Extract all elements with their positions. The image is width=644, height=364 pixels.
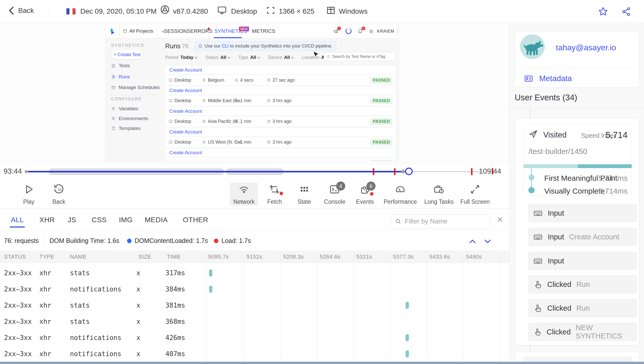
sidebar-item-runs[interactable]: Runs — [111, 74, 130, 80]
event-tile-clicked[interactable]: ClickedRun — [528, 275, 637, 293]
panel-button-events[interactable]: 6 Events — [350, 183, 380, 206]
network-row[interactable]: 2xx–3xxxhrnotificationsx384ms — [0, 281, 509, 297]
sidebar-item-manage-schedules[interactable]: Manage Schedules — [111, 85, 160, 90]
test-search-box[interactable] — [324, 52, 395, 61]
filter-period[interactable]: Today — [180, 55, 197, 60]
speed-index-value: 5,714 — [605, 130, 628, 140]
network-row[interactable]: 2xx–3xxxhrstatsx368ms — [0, 313, 509, 330]
run-test-name[interactable]: Create Account — [165, 107, 395, 115]
timeline-progress — [28, 171, 409, 172]
time-ago-icon — [267, 78, 271, 82]
panel-button-fetch[interactable]: Fetch — [259, 183, 290, 206]
jump-prev-icon[interactable] — [469, 239, 476, 246]
play-button[interactable]: Play — [14, 183, 44, 206]
run-card[interactable]: Create Account Desktop US West (N. Cal..… — [165, 128, 395, 147]
kebab-menu-icon[interactable]: ⋮ — [395, 28, 399, 34]
create-test-button[interactable]: + Create Test — [111, 50, 143, 59]
event-tile-clicked[interactable]: ClickedNEW SYNTHETICS — [528, 323, 637, 341]
share-icon[interactable] — [621, 6, 632, 17]
run-detail-row[interactable]: Desktop US West (N. Cal.. 1 min 3 hrs ag… — [165, 137, 395, 147]
back-button[interactable]: Back — [8, 6, 34, 15]
net-tab-css[interactable]: CSS — [92, 216, 107, 224]
filter-device[interactable]: All — [284, 55, 293, 60]
settings-gear-icon[interactable] — [368, 28, 374, 34]
network-row[interactable]: 2xx–3xxxhrnotificationsx407ms — [0, 346, 509, 362]
panel-button-network[interactable]: Network — [230, 183, 258, 206]
filter-box[interactable] — [390, 214, 490, 229]
timeline: 93:44 109:44 — [0, 163, 509, 179]
panel-button-state[interactable]: State — [289, 183, 319, 206]
network-row[interactable]: 2xx–3xxxhrnotificationsx426ms — [0, 330, 509, 346]
net-tab-media[interactable]: MEDIA — [145, 216, 168, 224]
net-tab-other[interactable]: OTHER — [183, 216, 208, 224]
back-10s-button[interactable]: 10 Back — [44, 183, 74, 206]
device-icon — [169, 99, 173, 103]
event-tile-clicked[interactable]: ClickedRun — [528, 299, 637, 317]
user-name[interactable]: KRAIEM — [377, 29, 394, 34]
sidebar-item-tests[interactable]: Tests — [111, 63, 130, 69]
run-test-name[interactable]: Create Account — [165, 86, 395, 95]
net-tab-all[interactable]: ALL — [11, 216, 24, 224]
timeline-track[interactable] — [28, 169, 481, 174]
error-marker[interactable] — [394, 168, 395, 175]
app-sidebar-configure: CONFIGURE — [111, 97, 142, 101]
favorite-star-icon[interactable] — [598, 6, 609, 17]
error-marker[interactable] — [373, 168, 374, 175]
hand-pointer-icon — [533, 280, 542, 289]
run-card[interactable]: Create Account Desktop Belgium 4 secs 27… — [165, 66, 395, 85]
sidebar-item-variables[interactable]: Variables — [111, 106, 138, 111]
run-detail-row[interactable]: Desktop PASSED — [165, 158, 395, 161]
os-windows-icon — [326, 5, 336, 15]
run-detail-row[interactable]: Desktop Asia Pacific (M.. 1 min 3 hrs ag… — [165, 116, 395, 126]
panel-button-console[interactable]: 4 Console — [319, 183, 350, 206]
run-test-name[interactable]: Create Account — [165, 128, 395, 136]
cli-link[interactable]: CLI — [222, 43, 229, 49]
filter-input[interactable] — [405, 214, 488, 228]
close-panel-icon[interactable]: × — [497, 214, 503, 224]
sidebar-item-environments[interactable]: Environments — [111, 116, 148, 121]
network-row[interactable]: 2xx–3xxxhrstatsx381ms — [0, 297, 509, 313]
country-flag-icon — [66, 8, 76, 15]
event-marker[interactable] — [401, 169, 405, 174]
metadata-button[interactable]: Metadata — [524, 74, 572, 83]
jump-next-icon[interactable] — [484, 237, 491, 243]
event-tile-input[interactable]: InputCreate Account — [528, 228, 637, 246]
session-date: Dec 09, 2020, 05:10 PM — [80, 7, 157, 15]
net-tab-js[interactable]: JS — [68, 216, 76, 224]
tab-sessions[interactable]: SESSIONS — [164, 24, 190, 38]
tab-errors[interactable]: ERRORS — [190, 24, 212, 38]
run-test-name[interactable]: Create Account — [165, 149, 395, 157]
visited-event-card[interactable]: Visited Speed Index 5,714 /test-builder/… — [523, 124, 632, 196]
avatar — [520, 34, 545, 59]
loading-spinner-icon — [345, 28, 352, 34]
playhead[interactable] — [405, 168, 413, 175]
event-tile-input[interactable]: Input — [528, 204, 637, 222]
event-tile-input[interactable]: Input — [528, 252, 637, 270]
run-card[interactable]: Create Account Desktop Asia Pacific (M..… — [165, 107, 395, 126]
user-email[interactable]: tahay@asayer.io — [556, 43, 616, 52]
dcl-dot-icon — [127, 239, 132, 243]
network-row[interactable]: 2xx–3xxxhrstatsx317ms — [0, 265, 509, 281]
sidebar-item-templates[interactable]: Templates — [111, 126, 141, 131]
tab-metrics[interactable]: METRICS — [252, 24, 275, 38]
error-marker[interactable] — [471, 168, 473, 175]
user-events-title: User Events (34) — [515, 93, 577, 102]
filter-type[interactable]: All — [250, 55, 260, 60]
run-detail-row[interactable]: Desktop Belgium 4 secs 27 sec ago PASSED — [165, 75, 395, 85]
run-card[interactable]: Create Account Desktop Middle East (Ba..… — [165, 86, 395, 106]
net-tab-xhr[interactable]: XHR — [39, 216, 55, 224]
cli-banner: Use our CLI to include your Synthetics i… — [194, 41, 336, 51]
run-card[interactable]: Create Account Desktop PASSED — [165, 149, 395, 161]
filter-status[interactable]: All — [220, 55, 230, 60]
panel-button-performance[interactable]: Performance — [383, 183, 418, 206]
run-test-name[interactable]: Create Account — [165, 66, 395, 74]
paint-progress-bar — [524, 164, 632, 168]
net-tab-img[interactable]: IMG — [119, 216, 133, 224]
navigate-icon — [528, 129, 538, 139]
app-logo-icon — [109, 28, 117, 35]
run-detail-row[interactable]: Desktop Middle East (Ba.. 1 min 3 hrs ag… — [165, 96, 395, 106]
panel-button-long-tasks[interactable]: Long Tasks — [421, 183, 457, 206]
test-search-input[interactable] — [332, 53, 394, 60]
runs-icon — [111, 75, 116, 79]
full-screen-button[interactable]: Full Screen — [457, 183, 493, 206]
